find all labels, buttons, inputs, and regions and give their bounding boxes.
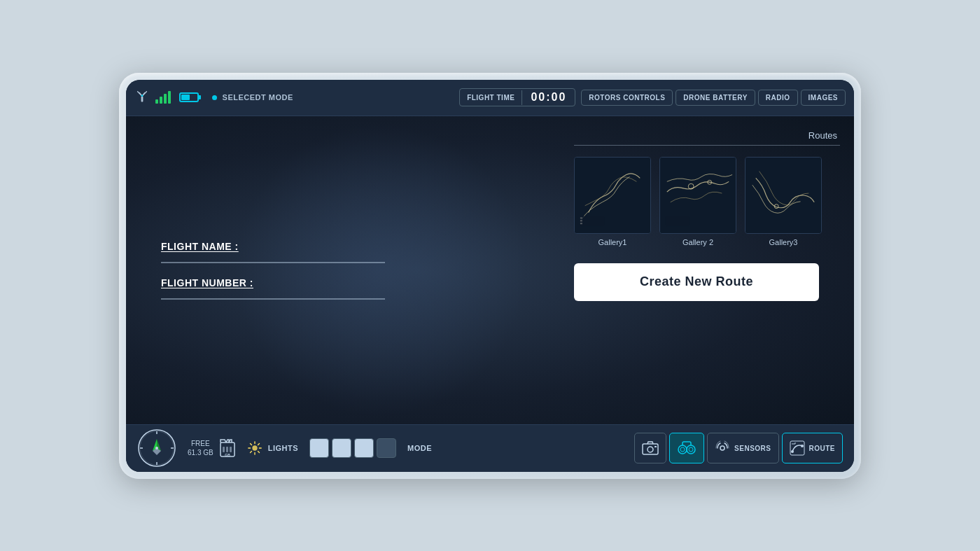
- gallery-row: Gallery1: [574, 157, 840, 246]
- svg-line-37: [250, 443, 251, 445]
- svg-rect-8: [580, 217, 582, 218]
- storage-text: FREE 61.3 GB: [188, 439, 214, 457]
- flight-number-label: FLIGHT NUMBER :: [161, 277, 539, 288]
- flight-time-group: FLIGHT TIME 00:00: [459, 88, 575, 106]
- flight-number-group: FLIGHT NUMBER :: [161, 277, 539, 300]
- radio-button[interactable]: RADIO: [758, 90, 798, 106]
- sensors-label: SENSORS: [734, 445, 771, 452]
- lights-label: LIGHTS: [268, 444, 298, 452]
- top-bar: SELECEDT MODE FLIGHT TIME 00:00 ROTORS C…: [126, 80, 854, 116]
- svg-line-40: [250, 451, 251, 452]
- mode-square-4[interactable]: [377, 438, 396, 458]
- signal-bar-1: [155, 99, 158, 104]
- svg-text:GB: GB: [225, 453, 230, 457]
- svg-point-51: [801, 445, 804, 447]
- camera-button[interactable]: [634, 433, 666, 463]
- route-button[interactable]: ROUTE: [782, 433, 844, 463]
- svg-point-47: [689, 447, 693, 452]
- mode-square-3[interactable]: [354, 438, 374, 458]
- lights-group: LIGHTS: [247, 440, 298, 456]
- svg-point-50: [791, 450, 794, 453]
- routes-header: Routes: [574, 130, 840, 141]
- left-panel: FLIGHT NAME : FLIGHT NUMBER :: [126, 116, 574, 424]
- bottom-btn-group: SENSORS ROUTE: [634, 433, 843, 463]
- top-btn-group: ROTORS CONTROLS DRONE BATTERY RADIO IMAG…: [581, 90, 846, 106]
- gallery-thumb-1: [574, 157, 651, 234]
- storage-group: FREE 61.3 GB GB: [188, 438, 236, 458]
- signal-bars: [155, 91, 171, 104]
- flight-name-group: FLIGHT NAME :: [161, 241, 539, 263]
- mode-square-2[interactable]: [332, 438, 351, 458]
- route-label: ROUTE: [809, 445, 836, 452]
- gallery-item-3[interactable]: Gallery3: [745, 157, 822, 246]
- svg-point-26: [155, 447, 158, 449]
- svg-line-39: [258, 443, 259, 445]
- svg-point-48: [720, 446, 724, 450]
- main-content: FLIGHT NAME : FLIGHT NUMBER : Routes: [126, 116, 854, 424]
- gallery-label-1: Gallery1: [598, 238, 627, 246]
- flight-time-value: 00:00: [522, 89, 575, 106]
- sensors-button[interactable]: SENSORS: [707, 433, 778, 463]
- svg-point-42: [648, 447, 653, 452]
- svg-line-38: [258, 451, 259, 452]
- drone-battery-button[interactable]: DRONE BATTERY: [676, 90, 755, 106]
- svg-point-44: [678, 445, 687, 454]
- signal-bar-4: [168, 91, 171, 104]
- main-container: SELECEDT MODE FLIGHT TIME 00:00 ROTORS C…: [126, 80, 854, 472]
- svg-point-45: [687, 445, 695, 454]
- create-route-button[interactable]: Create New Route: [574, 263, 819, 301]
- mode-dot: [212, 95, 217, 100]
- svg-rect-15: [746, 158, 821, 233]
- binoculars-icon: [677, 441, 696, 455]
- svg-rect-10: [580, 223, 582, 224]
- signal-bar-2: [160, 97, 162, 104]
- svg-rect-9: [580, 220, 582, 221]
- routes-divider: [574, 145, 840, 146]
- camera-icon: [642, 441, 659, 455]
- antenna-icon: [134, 90, 150, 105]
- signal-bar-3: [164, 94, 167, 104]
- gallery-label-2: Gallery 2: [682, 238, 713, 246]
- gallery-item-2[interactable]: Gallery 2: [659, 157, 736, 246]
- gallery-label-3: Gallery3: [769, 238, 798, 246]
- svg-rect-28: [223, 447, 225, 452]
- sensors-icon: [715, 440, 730, 456]
- svg-rect-14: [666, 216, 690, 226]
- route-icon: [790, 440, 805, 456]
- images-button[interactable]: IMAGES: [801, 90, 846, 106]
- sd-card-icon: GB: [219, 438, 236, 458]
- mode-squares: [309, 438, 396, 458]
- gallery-thumb-3: [745, 157, 822, 234]
- svg-rect-0: [141, 96, 144, 102]
- gallery-item-1[interactable]: Gallery1: [574, 157, 651, 246]
- mode-square-1[interactable]: [309, 438, 329, 458]
- svg-rect-43: [654, 446, 657, 447]
- svg-point-46: [680, 447, 685, 452]
- battery-icon: [179, 92, 201, 102]
- flight-name-label: FLIGHT NAME :: [161, 241, 539, 252]
- compass-icon: [137, 428, 176, 468]
- content-area: FLIGHT NAME : FLIGHT NUMBER : Routes: [126, 116, 854, 424]
- svg-rect-29: [226, 447, 228, 452]
- flight-name-input-line: [161, 262, 385, 263]
- right-panel: Routes: [574, 116, 854, 424]
- svg-point-32: [252, 445, 257, 450]
- outer-shell: SELECEDT MODE FLIGHT TIME 00:00 ROTORS C…: [119, 73, 861, 479]
- binoculars-button[interactable]: [669, 433, 704, 463]
- rotors-controls-button[interactable]: ROTORS CONTROLS: [581, 90, 673, 106]
- flight-time-label: FLIGHT TIME: [460, 90, 522, 105]
- flight-number-input-line: [161, 298, 385, 300]
- svg-rect-7: [580, 216, 604, 226]
- gallery-thumb-2: [659, 157, 736, 234]
- svg-point-5: [141, 95, 144, 97]
- mode-label: SELECEDT MODE: [212, 93, 293, 102]
- lights-icon: [247, 440, 262, 456]
- bottom-bar: FREE 61.3 GB GB: [126, 424, 854, 472]
- svg-rect-30: [230, 447, 232, 452]
- mode-text: MODE: [407, 444, 432, 452]
